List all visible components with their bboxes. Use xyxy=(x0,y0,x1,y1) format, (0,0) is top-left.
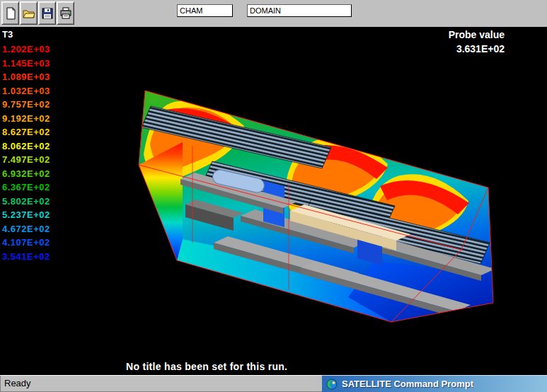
legend-entry: 5.237E+02 xyxy=(2,208,50,222)
legend-entry: 4.107E+02 xyxy=(2,236,50,250)
run-title-message: No title has been set for this run. xyxy=(126,361,287,372)
new-document-icon xyxy=(4,7,17,20)
cfd-scene xyxy=(0,27,547,375)
phoenics-window: T3 1.202E+03 1.145E+03 1.089E+03 1.032E+… xyxy=(0,0,547,392)
legend-entry: 6.367E+02 xyxy=(2,180,50,195)
legend-entry: 1.032E+03 xyxy=(2,84,50,98)
probe-readout: Probe value 3.631E+02 xyxy=(449,28,505,56)
satellite-command-prompt-taskbar-item[interactable]: SATELLITE Command Prompt xyxy=(322,375,547,392)
domain-field[interactable] xyxy=(247,4,352,17)
save-icon xyxy=(41,7,54,20)
open-button[interactable] xyxy=(20,1,38,25)
legend: T3 1.202E+03 1.145E+03 1.089E+03 1.032E+… xyxy=(2,28,50,263)
legend-entry: 1.089E+03 xyxy=(2,70,50,84)
cham-field[interactable] xyxy=(177,4,233,17)
legend-entry: 3.541E+02 xyxy=(2,250,50,264)
status-panel: Ready xyxy=(0,375,322,392)
new-button[interactable] xyxy=(1,1,19,25)
legend-entry: 1.145E+03 xyxy=(2,57,50,71)
save-button[interactable] xyxy=(38,1,56,25)
legend-entry: 1.202E+03 xyxy=(2,42,50,57)
status-text: Ready xyxy=(4,378,31,388)
legend-entry: 8.627E+02 xyxy=(2,125,50,139)
print-icon xyxy=(59,7,72,20)
legend-entry: 5.802E+02 xyxy=(2,195,50,209)
legend-entry: 6.932E+02 xyxy=(2,167,50,181)
probe-label: Probe value xyxy=(449,28,505,42)
legend-entry: 9.192E+02 xyxy=(2,112,50,126)
legend-entry: 7.497E+02 xyxy=(2,153,50,167)
legend-title: T3 xyxy=(2,28,50,41)
legend-entry: 9.757E+02 xyxy=(2,98,50,112)
probe-value: 3.631E+02 xyxy=(449,42,505,56)
print-button[interactable] xyxy=(57,1,74,25)
taskbar-item-label: SATELLITE Command Prompt xyxy=(342,379,473,389)
render-viewport[interactable]: T3 1.202E+03 1.145E+03 1.089E+03 1.032E+… xyxy=(0,27,547,375)
legend-entry: 8.062E+02 xyxy=(2,139,50,154)
status-bar: Ready SATELLITE Command Prompt xyxy=(0,375,547,392)
satellite-icon xyxy=(326,379,338,390)
legend-entry: 4.672E+02 xyxy=(2,222,50,236)
open-folder-icon xyxy=(23,7,35,20)
toolbar xyxy=(0,0,547,27)
